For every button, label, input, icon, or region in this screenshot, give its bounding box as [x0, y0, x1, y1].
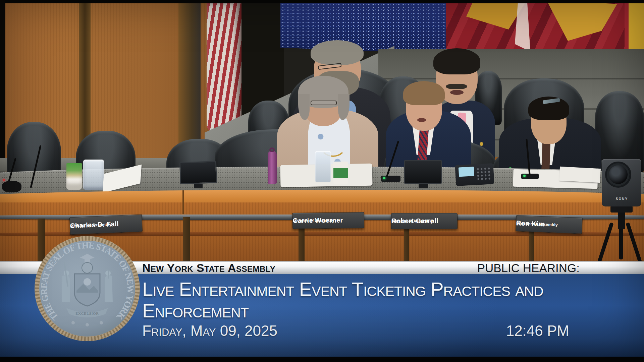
mustache — [446, 84, 467, 89]
paper-cup-green — [333, 162, 348, 184]
open-mouth — [450, 90, 464, 95]
hearing-video-frame: Charles D. Fall Member of Assembly Carri… — [0, 0, 644, 362]
tripod-column — [618, 212, 625, 229]
hearing-type-label: PUBLIC HEARING: — [477, 262, 580, 274]
camera-lens — [605, 162, 631, 188]
monitor-stand — [194, 184, 203, 188]
desk-monitor — [404, 160, 442, 184]
seal-sun — [84, 278, 91, 286]
gold-drape-fold — [547, 3, 617, 41]
hearing-title-line1: Live Entertainment Event Ticketing Pract… — [142, 279, 543, 300]
conference-phone — [455, 163, 494, 186]
camera-brand-label: SONY — [608, 197, 635, 201]
lapel-pin — [480, 142, 483, 146]
nameplate-carrie-woerner: Carrie Woerner Member of Assembly — [292, 212, 364, 229]
mic-led-green — [383, 177, 385, 179]
water-tumbler — [83, 160, 104, 190]
rail-post — [183, 217, 190, 261]
seal-liberty-figure — [62, 275, 70, 302]
american-flag — [207, 3, 241, 133]
nameplate-robert-carroll: Robert Carroll Member of Assembly — [391, 213, 458, 229]
mic-led-green — [523, 175, 526, 177]
desk-monitor — [179, 161, 217, 184]
seal-motto: EXCELSIOR — [75, 311, 99, 315]
seal-globe — [82, 262, 93, 273]
gray-hair — [311, 40, 364, 65]
ny-state-seal: THE GREAT SEAL OF THE STATE OF NEW YORK … — [34, 235, 141, 342]
speaking-mouth — [417, 118, 426, 122]
seal-ornament-dot — [71, 321, 75, 324]
seal-ornament-dot — [86, 323, 89, 326]
nameplate-role: Member of Assembly — [391, 219, 433, 224]
seal-ornament-dot — [100, 321, 103, 324]
phone-keypad — [476, 167, 491, 181]
desk-section-seam — [182, 190, 184, 214]
hearing-documents — [559, 167, 601, 183]
hearing-title-line2: Enforcement — [142, 300, 249, 321]
phone-screen — [459, 167, 474, 177]
top-letterbox — [0, 0, 644, 3]
mic-led-red — [3, 179, 5, 181]
dark-hair — [433, 48, 480, 74]
eyeglasses — [311, 101, 337, 105]
paper-cup-stack — [66, 163, 82, 190]
purple-water-bottle — [268, 151, 277, 184]
microphone-head — [2, 181, 21, 192]
bottom-letterbox — [0, 357, 644, 362]
hearing-date: Friday, May 09, 2025 — [142, 322, 277, 339]
nameplate-charles-fall: Charles D. Fall Member of Assembly — [69, 215, 143, 235]
water-glass — [315, 151, 331, 182]
bottle-cap-loop — [269, 147, 275, 152]
camera-base — [610, 206, 633, 213]
monitor-stand — [419, 184, 428, 188]
hearing-time: 12:46 PM — [506, 322, 569, 339]
agency-title: New York State Assembly — [142, 262, 275, 274]
seal-justice-figure — [105, 275, 113, 302]
nameplate-role: Member of Assembly — [293, 218, 334, 223]
nameplate-ron-kim: Ron Kim Member of Assembly — [516, 215, 583, 234]
brown-hair — [403, 81, 445, 105]
blue-sequin-banner — [280, 3, 446, 52]
